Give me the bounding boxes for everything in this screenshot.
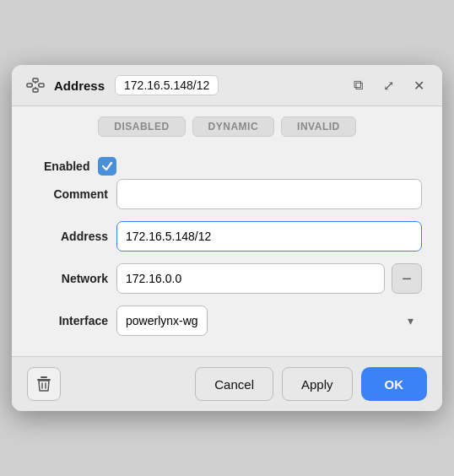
apply-button[interactable]: Apply	[282, 367, 353, 401]
comment-input[interactable]	[116, 179, 422, 209]
dialog-address-value: 172.16.5.148/12	[115, 75, 219, 95]
svg-rect-3	[39, 84, 44, 87]
network-minus-button[interactable]: −	[392, 263, 422, 294]
close-icon: ✕	[413, 78, 424, 94]
address-dialog: Address 172.16.5.148/12 ⧉ ⤢ ✕ DISABLED D…	[12, 65, 442, 411]
status-bar: DISABLED DYNAMIC INVALID	[12, 106, 442, 142]
comment-label: Comment	[32, 187, 108, 201]
status-badge-invalid: INVALID	[281, 116, 356, 137]
copy-button[interactable]: ⧉	[346, 73, 370, 97]
network-row: Network −	[32, 263, 422, 294]
network-input-group: −	[116, 263, 422, 294]
delete-button[interactable]	[27, 367, 61, 401]
network-icon	[24, 77, 47, 94]
enabled-label: Enabled	[44, 160, 89, 173]
enabled-row: Enabled	[44, 154, 422, 179]
trash-icon	[36, 376, 51, 392]
svg-rect-1	[33, 78, 38, 82]
network-input[interactable]	[116, 263, 385, 294]
interface-row: Interface powerlynx-wg	[32, 306, 422, 336]
network-label: Network	[32, 272, 108, 285]
interface-label: Interface	[32, 314, 108, 327]
footer: Cancel Apply OK	[12, 356, 442, 411]
address-label: Address	[32, 230, 108, 243]
interface-select[interactable]: powerlynx-wg	[116, 306, 208, 336]
svg-rect-2	[33, 89, 38, 92]
expand-icon: ⤢	[383, 78, 394, 94]
svg-rect-9	[41, 376, 47, 378]
address-input[interactable]	[116, 221, 422, 252]
status-badge-disabled: DISABLED	[98, 116, 185, 137]
expand-button[interactable]: ⤢	[376, 73, 400, 97]
svg-rect-0	[27, 84, 32, 87]
minus-icon: −	[402, 270, 412, 287]
close-button[interactable]: ✕	[407, 73, 430, 97]
status-badge-dynamic: DYNAMIC	[192, 116, 275, 137]
ok-button[interactable]: OK	[361, 367, 428, 401]
checkmark-icon	[101, 160, 113, 172]
comment-row: Comment	[32, 179, 422, 209]
form-body: Enabled Comment Address Network −	[12, 142, 442, 356]
copy-icon: ⧉	[354, 78, 363, 93]
enabled-checkbox[interactable]	[98, 157, 116, 176]
dialog-title: Address	[54, 78, 105, 93]
cancel-button[interactable]: Cancel	[195, 367, 273, 401]
title-bar: Address 172.16.5.148/12 ⧉ ⤢ ✕	[12, 65, 442, 106]
address-row: Address	[32, 221, 422, 252]
interface-select-wrapper: powerlynx-wg	[116, 306, 422, 336]
